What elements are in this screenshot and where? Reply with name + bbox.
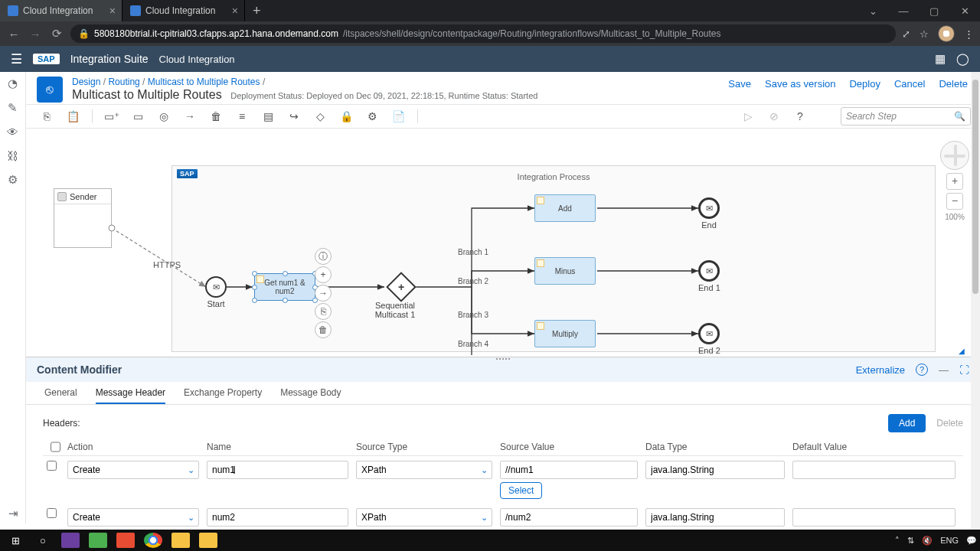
close-icon[interactable]: × (232, 5, 238, 17)
tray-up-icon[interactable]: ˄ (895, 536, 900, 546)
new-tab-button[interactable]: + (245, 3, 269, 19)
name-field[interactable] (207, 508, 348, 527)
help-icon[interactable]: ? (916, 364, 928, 376)
default-value-field[interactable] (792, 461, 956, 479)
browser-tab[interactable]: Cloud Integration × (122, 0, 245, 21)
chevron-down-icon[interactable]: ⌄ (858, 5, 888, 17)
rail-monitor-icon[interactable]: 👁 (7, 126, 18, 139)
end-event[interactable]: ✉End 1 (698, 260, 720, 292)
select-button[interactable]: Select (500, 482, 542, 499)
taskbar-search-icon[interactable]: ○ (31, 531, 55, 549)
tool-validator-icon[interactable]: 📄 (387, 107, 410, 126)
taskbar-explorer[interactable] (168, 531, 193, 549)
tool-security-icon[interactable]: 🔒 (335, 107, 358, 126)
tool-mapping-icon[interactable]: ≡ (230, 107, 253, 126)
rail-connect-icon[interactable]: ⛓ (7, 149, 18, 162)
start-event[interactable]: ✉ Start (205, 276, 227, 308)
minimize-panel-icon[interactable]: — (939, 364, 949, 376)
name-field[interactable] (207, 461, 348, 479)
content-modifier-task[interactable]: Get num1 & num2 (254, 273, 315, 301)
maximize-panel-icon[interactable]: ⛶ (959, 364, 969, 376)
save-as-version-button[interactable]: Save as version (765, 78, 836, 90)
search-step-input[interactable]: Search Step 🔍 (841, 107, 971, 126)
menu-icon[interactable]: ⋮ (964, 28, 974, 40)
delete-button[interactable]: Delete (939, 78, 968, 90)
tool-copy-icon[interactable]: ⎘ (35, 107, 58, 126)
action-select[interactable] (67, 461, 199, 479)
row-checkbox[interactable] (47, 461, 57, 471)
breadcrumb[interactable]: Design / Routing / Multicast to Multiple… (72, 77, 537, 87)
close-button[interactable]: ✕ (949, 5, 980, 17)
ctx-delete-icon[interactable]: 🗑 (315, 321, 332, 338)
tab-message-body[interactable]: Message Body (280, 387, 341, 404)
pan-joystick[interactable] (940, 141, 969, 170)
taskbar-app[interactable] (58, 531, 83, 549)
tool-call-icon[interactable]: ↪ (283, 107, 305, 126)
taskbar-explorer[interactable] (196, 531, 220, 549)
user-icon[interactable]: ◯ (956, 52, 969, 66)
end-event[interactable]: ✉End 2 (698, 323, 720, 355)
save-button[interactable]: Save (728, 78, 751, 90)
bookmark-icon[interactable]: ☆ (920, 28, 929, 40)
tool-connector-icon[interactable]: → (178, 107, 201, 126)
install-icon[interactable]: ⤢ (902, 28, 910, 40)
source-type-select[interactable] (356, 508, 492, 527)
task-add[interactable]: Add (534, 194, 596, 222)
action-select[interactable] (67, 508, 199, 527)
tray-lang[interactable]: ENG (940, 536, 959, 545)
tool-transformation-icon[interactable]: ⚙ (361, 107, 384, 126)
browser-tab[interactable]: Cloud Integration × (0, 0, 122, 21)
tool-delete-icon[interactable]: 🗑 (204, 107, 227, 126)
select-all-checkbox[interactable] (51, 442, 60, 452)
scroll-thumb[interactable] (972, 80, 978, 294)
source-value-field[interactable] (500, 508, 638, 527)
maximize-button[interactable]: ▢ (919, 5, 949, 17)
forward-button[interactable]: → (28, 28, 43, 41)
cancel-button[interactable]: Cancel (894, 78, 925, 90)
back-button[interactable]: ← (6, 28, 21, 41)
address-bar[interactable]: 🔒 5808180btrial.it-cpitrial03.cfapps.ap2… (70, 24, 896, 43)
tool-process-icon[interactable]: ▭ (126, 107, 149, 126)
tool-stop-icon[interactable]: ⊘ (763, 107, 786, 126)
sender-participant[interactable]: Sender (54, 188, 112, 248)
tray-sound-icon[interactable]: 🔇 (922, 536, 933, 546)
data-type-field[interactable] (645, 508, 785, 527)
tool-event-icon[interactable]: ◎ (152, 107, 175, 126)
vertical-scrollbar[interactable] (971, 72, 980, 530)
module-title[interactable]: Cloud Integration (159, 54, 235, 65)
tab-general[interactable]: General (44, 387, 77, 404)
source-value-field[interactable] (500, 461, 638, 479)
profile-avatar[interactable] (938, 25, 955, 42)
tab-message-header[interactable]: Message Header (96, 387, 165, 404)
rail-resize-icon[interactable]: ⇥ (8, 507, 18, 520)
start-menu-button[interactable]: ⊞ (3, 531, 28, 549)
taskbar-chrome[interactable] (141, 531, 165, 549)
sequential-multicast-gateway[interactable]: + Sequential Multicast 1 (384, 276, 418, 319)
data-type-field[interactable] (645, 461, 785, 479)
tool-participant-icon[interactable]: ▭⁺ (100, 107, 123, 126)
task-minus[interactable]: Minus (534, 257, 596, 285)
reload-button[interactable]: ⟳ (49, 27, 64, 41)
rail-discover-icon[interactable]: ◔ (8, 77, 18, 90)
deploy-button[interactable]: Deploy (849, 78, 880, 90)
externalize-link[interactable]: Externalize (856, 364, 905, 376)
source-type-select[interactable] (356, 461, 492, 479)
default-value-field[interactable] (792, 508, 956, 527)
zoom-in-button[interactable]: + (946, 173, 963, 190)
ctx-add-icon[interactable]: + (315, 266, 332, 283)
row-checkbox[interactable] (47, 508, 57, 518)
tool-play-icon[interactable]: ▷ (737, 107, 760, 126)
collapse-icon[interactable]: ◢ (959, 347, 965, 355)
tool-routing-icon[interactable]: ◇ (309, 107, 332, 126)
ctx-info-icon[interactable]: ⓘ (315, 248, 332, 265)
tab-exchange-property[interactable]: Exchange Property (184, 387, 262, 404)
close-icon[interactable]: × (109, 5, 116, 17)
taskbar-app[interactable] (113, 531, 138, 549)
tool-help-icon[interactable]: ? (789, 107, 812, 126)
hamburger-icon[interactable]: ☰ (11, 51, 22, 67)
tool-persistence-icon[interactable]: ▤ (256, 107, 279, 126)
minimize-button[interactable]: — (888, 5, 919, 17)
tool-paste-icon[interactable]: 📋 (61, 107, 84, 126)
delete-row-button[interactable]: Delete (936, 418, 963, 429)
taskbar-app[interactable] (86, 531, 110, 549)
